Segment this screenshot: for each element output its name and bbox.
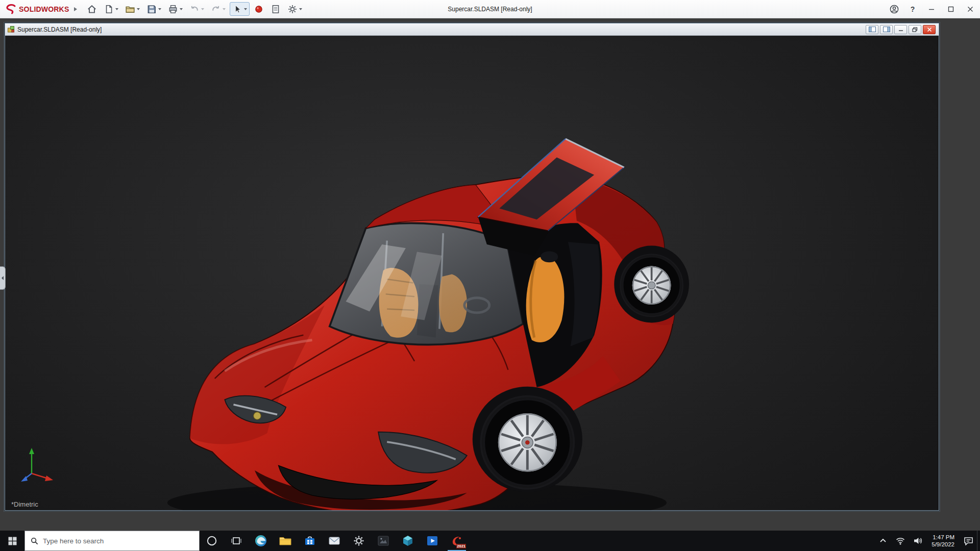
- taskbar-app-microsoft-store[interactable]: [298, 531, 322, 551]
- doc-minimize-icon: [898, 27, 903, 32]
- action-center-icon: [964, 537, 973, 545]
- options-button[interactable]: [285, 2, 305, 16]
- supercar-model[interactable]: [5, 36, 939, 510]
- document-titlebar[interactable]: Supercar.SLDASM [Read-only]: [5, 23, 939, 36]
- dassault-swoosh-icon: [5, 4, 16, 15]
- display-pane-button[interactable]: [880, 25, 893, 34]
- task-view-button[interactable]: [224, 531, 249, 551]
- file-properties-button[interactable]: [268, 2, 283, 16]
- new-document-icon: [104, 4, 114, 14]
- new-document-button[interactable]: [101, 2, 121, 16]
- user-account-icon: [889, 4, 899, 14]
- start-button[interactable]: [0, 531, 24, 551]
- cortana-icon: [206, 535, 217, 546]
- microsoft-store-icon: [303, 534, 316, 547]
- edrawings-cube-icon: [401, 534, 414, 547]
- search-input[interactable]: [43, 537, 193, 545]
- document-title: Supercar.SLDASM [Read-only]: [17, 26, 102, 33]
- file-properties-icon: [271, 4, 281, 14]
- maximize-button[interactable]: [941, 0, 961, 18]
- close-icon: [967, 6, 973, 12]
- taskbar-app-solidworks[interactable]: 2021: [445, 531, 469, 551]
- undo-button[interactable]: [187, 2, 207, 16]
- open-folder-icon: [125, 4, 135, 14]
- minimize-icon: [928, 6, 935, 12]
- select-caret[interactable]: [244, 8, 247, 10]
- print-button[interactable]: [165, 2, 185, 16]
- select-button[interactable]: [230, 2, 250, 16]
- chevron-up-icon: [879, 538, 887, 544]
- tray-date: 5/9/2022: [932, 541, 954, 548]
- open-caret[interactable]: [137, 8, 140, 10]
- speaker-icon: [913, 537, 922, 545]
- help-button[interactable]: ?: [903, 0, 922, 18]
- photos-icon: [377, 534, 390, 547]
- document-window: Supercar.SLDASM [Read-only]: [5, 23, 939, 511]
- search-icon: [31, 537, 38, 545]
- edge-icon: [254, 534, 267, 547]
- brand-wordmark: SOLIDWORKS: [19, 5, 69, 13]
- task-view-icon: [231, 535, 242, 546]
- tray-volume-button[interactable]: [909, 531, 926, 551]
- tray-network-button[interactable]: [892, 531, 909, 551]
- taskbar-app-mail[interactable]: [322, 531, 347, 551]
- save-button[interactable]: [144, 2, 164, 16]
- taskbar-search[interactable]: [24, 531, 200, 551]
- graphics-viewport[interactable]: *Dimetric: [5, 36, 939, 510]
- taskbar-app-settings[interactable]: [347, 531, 371, 551]
- windows-logo-icon: [8, 537, 17, 545]
- doc-close-button[interactable]: [923, 25, 936, 34]
- tray-clock[interactable]: 1:47 PM 5/9/2022: [926, 531, 960, 551]
- new-document-caret[interactable]: [115, 8, 118, 10]
- file-explorer-icon: [279, 534, 292, 547]
- doc-restore-button[interactable]: [909, 25, 921, 34]
- minimize-button[interactable]: [922, 0, 941, 18]
- taskbar-app-photos[interactable]: [371, 531, 396, 551]
- mail-icon: [328, 534, 341, 547]
- print-caret[interactable]: [180, 8, 183, 10]
- taskbar-app-movies-tv[interactable]: [420, 531, 445, 551]
- save-icon: [146, 4, 157, 14]
- help-icon: ?: [911, 5, 915, 13]
- gear-icon: [287, 4, 298, 14]
- document-window-controls: [866, 25, 937, 34]
- undo-caret[interactable]: [201, 8, 204, 10]
- save-caret[interactable]: [158, 8, 161, 10]
- action-center-button[interactable]: [960, 531, 977, 551]
- show-desktop-button[interactable]: [977, 531, 980, 551]
- app-titlebar: SOLIDWORKS: [0, 0, 980, 18]
- windows-taskbar: 2021 1:47 PM 5/9/2022: [0, 531, 980, 551]
- collapsed-panel-tab[interactable]: [0, 266, 6, 290]
- undo-icon: [189, 4, 200, 14]
- solidworks-logo: SOLIDWORKS: [0, 4, 72, 15]
- solidworks-version-badge: 2021: [456, 544, 466, 548]
- system-tray: 1:47 PM 5/9/2022: [874, 531, 980, 551]
- taskbar-app-edrawings[interactable]: [396, 531, 420, 551]
- doc-minimize-button[interactable]: [894, 25, 907, 34]
- tray-hidden-icons-button[interactable]: [874, 531, 892, 551]
- taskbar-app-cortana[interactable]: [200, 531, 224, 551]
- redo-button[interactable]: [208, 2, 228, 16]
- options-caret[interactable]: [299, 8, 302, 10]
- taskbar-app-edge[interactable]: [249, 531, 273, 551]
- print-icon: [168, 4, 178, 14]
- home-icon: [87, 4, 97, 14]
- doc-close-icon: [927, 27, 932, 32]
- expand-menu-arrow-icon[interactable]: [74, 7, 77, 11]
- right-pane-icon: [883, 27, 890, 32]
- record-button[interactable]: [251, 2, 266, 16]
- settings-gear-icon: [352, 534, 365, 547]
- account-button[interactable]: [885, 0, 903, 18]
- caption-controls: ?: [885, 0, 980, 18]
- left-pane-icon: [869, 27, 876, 32]
- home-button[interactable]: [84, 2, 100, 16]
- taskbar-app-file-explorer[interactable]: [273, 531, 298, 551]
- feature-pane-button[interactable]: [866, 25, 878, 34]
- open-button[interactable]: [122, 2, 142, 16]
- assembly-file-icon: [7, 26, 15, 33]
- close-button[interactable]: [961, 0, 980, 18]
- movies-tv-icon: [426, 534, 439, 547]
- doc-restore-icon: [912, 27, 918, 32]
- redo-caret[interactable]: [223, 8, 226, 10]
- orientation-triad: [16, 444, 59, 487]
